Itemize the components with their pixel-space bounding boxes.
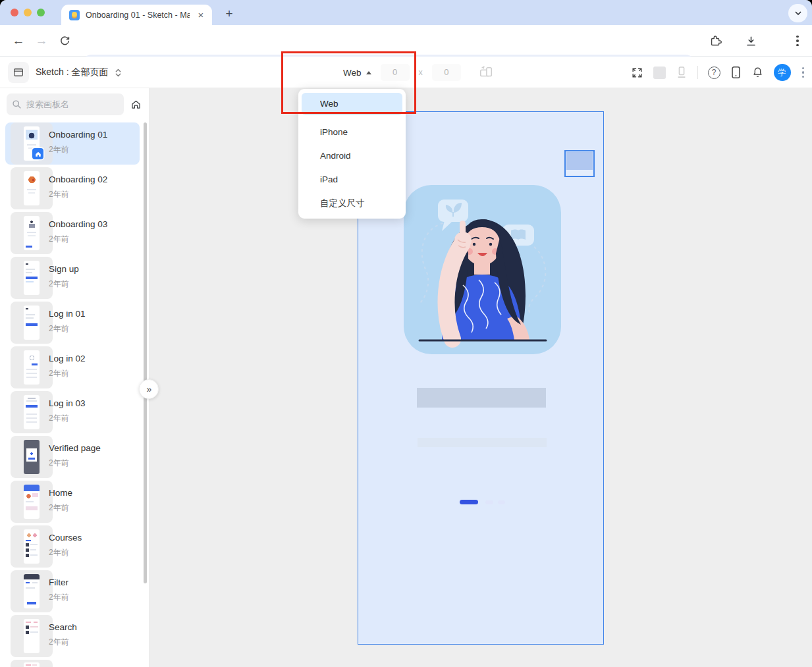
artboard-name: Onboarding 01 — [49, 130, 107, 140]
sidebar-item-filter[interactable]: Filter 2年前 — [5, 570, 140, 612]
zoom-window-button[interactable] — [37, 9, 45, 16]
sidebar-scrollbar[interactable] — [144, 122, 147, 583]
menu-item-custom-size[interactable]: 自定义尺寸 — [298, 192, 406, 215]
artboard-name: Log in 03 — [49, 398, 86, 408]
preview-canvas[interactable] — [149, 88, 812, 667]
artboard-name: Home — [49, 488, 72, 498]
rotate-device-icon[interactable] — [478, 65, 494, 80]
height-input[interactable]: 0 — [432, 64, 461, 81]
sidebar-item-onboarding-02[interactable]: Onboarding 02 2年前 — [5, 167, 140, 209]
sidebar-item-onboarding-01[interactable]: Onboarding 01 2年前 — [5, 122, 140, 165]
extensions-icon[interactable] — [707, 33, 723, 49]
help-icon[interactable]: ? — [708, 67, 720, 79]
artboard-time: 2年前 — [49, 502, 69, 514]
fullscreen-icon[interactable] — [631, 67, 643, 79]
placeholder-text-bar — [418, 438, 547, 447]
artboard-thumbnail — [11, 122, 53, 165]
artboard-time: 2年前 — [49, 368, 69, 379]
tab-strip: Onboarding 01 - Sketch - Mar × + — [0, 0, 812, 25]
search-input[interactable] — [7, 93, 124, 115]
artboard-name: Onboarding 02 — [49, 174, 107, 184]
artboard-sidebar: Onboarding 01 2年前 Onboarding 02 2年前 Onbo… — [0, 88, 149, 667]
search-icon — [12, 99, 22, 109]
sidebar-item-log-in-01[interactable]: Log in 01 2年前 — [5, 302, 140, 344]
artboard-thumbnail — [11, 302, 53, 344]
home-icon[interactable] — [130, 99, 142, 110]
sidebar-item-onboarding-03[interactable]: Onboarding 03 2年前 — [5, 212, 140, 254]
menu-item-ipad[interactable]: iPad — [298, 168, 406, 192]
artboard-time: 2年前 — [49, 547, 69, 558]
illustration-card — [404, 185, 561, 354]
artboard-thumbnail — [11, 615, 53, 657]
artboard-thumbnail — [11, 570, 53, 612]
menu-item-web[interactable]: Web — [302, 93, 402, 115]
sidebar-item-log-in-02[interactable]: Log in 02 2年前 — [5, 346, 140, 388]
artboard-thumbnail — [11, 391, 53, 433]
width-input[interactable]: 0 — [381, 64, 410, 81]
artboard-time: 2年前 — [49, 413, 69, 424]
chevron-down-icon — [794, 9, 802, 17]
browser-menu-icon[interactable] — [790, 33, 805, 49]
app-toolbar: Sketch : 全部页面 Web 0 x 0 ? — [0, 57, 812, 88]
sidebar-item-partial[interactable] — [5, 660, 140, 667]
home-artboard-badge-icon — [32, 148, 43, 159]
pagination-dot — [498, 500, 505, 504]
artboard-thumbnail — [11, 212, 53, 254]
artboard-time: 2年前 — [49, 323, 69, 334]
tab-favicon-icon — [69, 10, 80, 20]
window-icon — [13, 67, 24, 78]
artboard-thumbnail — [11, 436, 53, 478]
artboard-time: 2年前 — [49, 234, 69, 245]
artboard-time: 2年前 — [49, 189, 69, 200]
sidebar-item-courses[interactable]: Courses 2年前 — [5, 525, 140, 568]
artboard-thumbnail — [11, 346, 53, 388]
browser-window: Onboarding 01 - Sketch - Mar × + ← → clo… — [0, 0, 812, 667]
menu-item-iphone[interactable]: iPhone — [298, 120, 406, 144]
onboarding-illustration — [404, 185, 561, 354]
mobile-preview-icon[interactable] — [730, 66, 742, 79]
forward-button[interactable]: → — [34, 33, 49, 49]
expand-sidebar-button[interactable]: » — [139, 379, 159, 399]
reload-button[interactable] — [57, 33, 72, 49]
tab-search-button[interactable] — [788, 4, 807, 22]
browser-tab[interactable]: Onboarding 01 - Sketch - Mar × — [61, 5, 212, 25]
artboard-name: Onboarding 03 — [49, 219, 107, 229]
browser-toolbar: ← → clouddemo.marklion.net/interactionvi… — [0, 25, 812, 57]
artboard-name: Search — [49, 622, 77, 632]
artboard-thumbnail — [11, 257, 53, 299]
pagination-active-dot — [460, 500, 478, 504]
user-avatar[interactable]: 学 — [774, 64, 791, 81]
project-page-label[interactable]: Sketch : 全部页面 — [36, 67, 108, 78]
download-icon[interactable] — [743, 33, 759, 49]
sidebar-item-home[interactable]: Home 2年前 — [5, 481, 140, 523]
placeholder-heading-bar — [417, 388, 546, 408]
new-tab-button[interactable]: + — [220, 5, 238, 24]
device-size-dropdown[interactable]: Web — [343, 68, 371, 78]
sidebar-item-search[interactable]: Search 2年前 — [5, 615, 140, 657]
minimize-window-button[interactable] — [24, 9, 32, 16]
sidebar-item-sign-up[interactable]: Sign up 2年前 — [5, 257, 140, 299]
toolbar-divider — [697, 66, 698, 79]
pages-panel-button[interactable] — [8, 62, 29, 83]
artboard-time: 2年前 — [49, 458, 69, 469]
close-window-button[interactable] — [11, 9, 18, 16]
artboard-name: Verified page — [49, 443, 101, 453]
menu-item-android[interactable]: Android — [298, 144, 406, 168]
pagination-dot — [485, 500, 493, 504]
tab-title: Onboarding 01 - Sketch - Mar — [86, 11, 190, 20]
device-frame-icon[interactable] — [676, 66, 688, 79]
sidebar-item-verified-page[interactable]: Verified page 2年前 — [5, 436, 140, 478]
back-button[interactable]: ← — [11, 33, 26, 49]
selected-element-rect[interactable] — [564, 150, 595, 177]
sidebar-item-log-in-03[interactable]: Log in 03 2年前 — [5, 391, 140, 433]
artboard-time: 2年前 — [49, 144, 69, 155]
background-swatch-button[interactable] — [653, 67, 666, 79]
more-menu-icon[interactable] — [801, 66, 806, 80]
close-tab-icon[interactable]: × — [195, 9, 207, 21]
dimension-separator: x — [419, 68, 423, 77]
artboard-thumbnail — [11, 167, 53, 209]
caret-up-icon — [366, 71, 371, 74]
notifications-bell-icon[interactable] — [751, 66, 764, 79]
artboard-thumbnail — [11, 525, 53, 568]
chevron-updown-icon[interactable] — [115, 68, 122, 78]
